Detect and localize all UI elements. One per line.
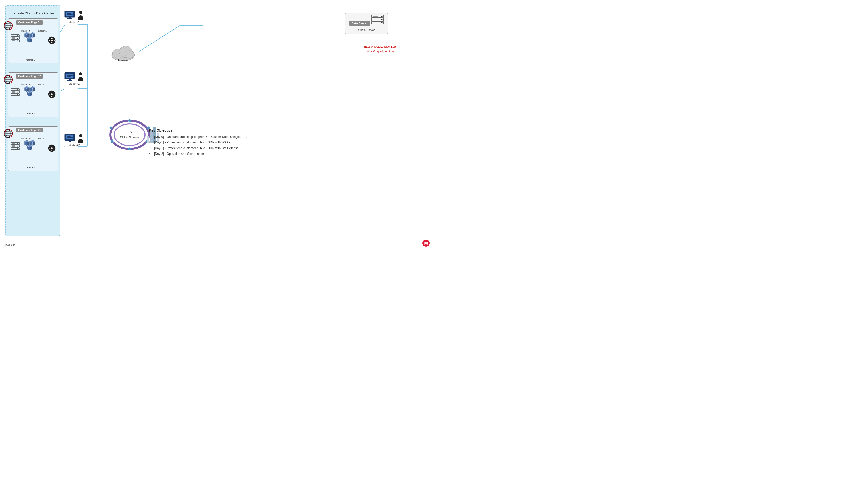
page-container: Private Cloud / Data Center Customer Edg… [0, 0, 434, 249]
studentx-label: studentX [64, 144, 84, 147]
svg-point-59 [17, 89, 18, 90]
key-objective-list: [Day-0] - Onboard and setup on-prem CE C… [149, 135, 248, 156]
monitor-icon-2 [64, 72, 76, 81]
person-icon-x [77, 133, 84, 143]
svg-point-161 [382, 16, 383, 17]
svg-text:Global Network: Global Network [120, 135, 139, 139]
svg-point-90 [11, 135, 12, 136]
ce-label-3: Customer Edge XX [16, 128, 43, 132]
svg-point-46 [51, 40, 53, 41]
student1-icons [64, 10, 84, 19]
svg-line-8 [139, 26, 180, 51]
svg-point-97 [17, 148, 18, 149]
svg-rect-124 [71, 14, 72, 15]
datacenter-server-icon [371, 15, 384, 24]
svg-point-25 [17, 40, 18, 41]
svg-point-150 [111, 140, 114, 143]
f5-network-icon: F5 Global Network [107, 118, 153, 152]
master2-label-3: master-2 [26, 166, 35, 169]
svg-rect-136 [67, 142, 72, 142]
svg-rect-130 [67, 75, 70, 77]
svg-point-144 [110, 121, 149, 149]
globe-icon-1 [3, 21, 13, 30]
datacenter-server-label: Origin Server [349, 28, 384, 31]
ce-box-3: Customer Edge XX master-0 master-1 [8, 126, 58, 171]
monitor-icon-x [64, 133, 76, 143]
pan-icon-3 [48, 144, 56, 152]
pan-icon-2 [48, 90, 56, 98]
master-labels-2: master-0 master-1 [21, 83, 47, 86]
objective-item-4: [Day-2] - Operation and Governance [149, 152, 248, 156]
objective-item-1: [Day-0] - Onboard and setup on-prem CE C… [149, 135, 248, 139]
svg-point-24 [17, 38, 18, 39]
svg-rect-122 [67, 18, 72, 19]
svg-rect-138 [71, 137, 72, 138]
svg-point-96 [17, 146, 18, 147]
private-cloud-label: Private Cloud / Data Center [13, 11, 54, 15]
server-icon-3 [11, 142, 20, 150]
private-cloud-box: Private Cloud / Data Center Customer Edg… [5, 5, 60, 236]
pan-icon-1 [48, 36, 56, 44]
ce-label-1: Customer Edge 01 [16, 20, 43, 25]
svg-rect-121 [68, 17, 71, 18]
globe-icon-2 [3, 75, 13, 84]
svg-rect-128 [68, 79, 71, 80]
key-objective-section: Key Objective [Day-0] - Onboard and setu… [149, 128, 248, 158]
cluster-icon-1 [22, 32, 40, 49]
svg-point-149 [128, 147, 131, 150]
svg-point-55 [8, 75, 9, 76]
f5-network: F5 Global Network [107, 118, 153, 153]
footer-copyright: ©2023 F5 [4, 244, 15, 247]
svg-rect-135 [68, 141, 71, 142]
ce-box-1: Customer Edge 01 master-0 master-1 [8, 18, 58, 63]
svg-point-162 [382, 19, 383, 20]
svg-point-17 [5, 23, 6, 24]
svg-point-151 [109, 126, 112, 129]
master-labels-1: master-0 master-1 [21, 29, 47, 32]
svg-point-145 [114, 124, 145, 146]
server-icon-1 [11, 34, 20, 42]
url-pay[interactable]: https://pay.edgecnf.com [364, 50, 398, 53]
svg-point-139 [79, 134, 82, 137]
objective-item-2: [Day-1] - Protect end customer public FQ… [149, 141, 248, 144]
svg-point-19 [8, 21, 9, 22]
svg-rect-131 [71, 75, 72, 76]
student2-icons [64, 72, 84, 81]
studentx-icons [64, 133, 84, 143]
internet-cloud: Internet [110, 44, 136, 62]
cluster-icon-3 [22, 140, 40, 157]
svg-point-53 [5, 77, 6, 78]
student-1-group: student1 [64, 10, 84, 24]
ce-box-2: Customer Edge 02 master-0 master-1 [8, 73, 58, 117]
svg-rect-137 [67, 136, 70, 139]
svg-point-95 [17, 143, 18, 144]
f5-logo: F5 [422, 239, 430, 247]
student-x-group: studentX [64, 133, 84, 147]
connection-lines [0, 0, 434, 249]
data-center-box: Data Center Origin Server [345, 13, 388, 34]
svg-point-61 [17, 94, 18, 95]
cluster-icon-2 [22, 86, 40, 103]
svg-point-89 [5, 131, 6, 132]
student1-label: student1 [64, 21, 84, 24]
svg-point-146 [128, 119, 131, 122]
svg-point-82 [51, 93, 53, 95]
master2-label-2: master-2 [26, 113, 35, 115]
svg-point-143 [125, 51, 134, 58]
url-hipster[interactable]: https://hipster.edgecnf.com [364, 45, 398, 48]
datacenter-badge: Data Center [349, 21, 370, 26]
server-icon-2 [11, 88, 20, 96]
svg-point-23 [17, 35, 18, 36]
svg-point-125 [79, 11, 82, 14]
svg-text:F5: F5 [424, 241, 428, 245]
svg-rect-123 [67, 13, 70, 15]
objective-item-3: [Day-1] - Protect end customer public FQ… [149, 146, 248, 150]
key-objective-title: Key Objective [149, 128, 248, 132]
ce-label-2: Customer Edge 02 [16, 74, 43, 79]
svg-point-132 [79, 73, 82, 76]
globe-icon-3 [3, 129, 13, 139]
svg-point-163 [382, 22, 383, 23]
student2-label: student2 [64, 82, 84, 85]
datacenter-urls: https://hipster.edgecnf.com https://pay.… [364, 44, 398, 54]
svg-text:F5: F5 [128, 130, 132, 134]
